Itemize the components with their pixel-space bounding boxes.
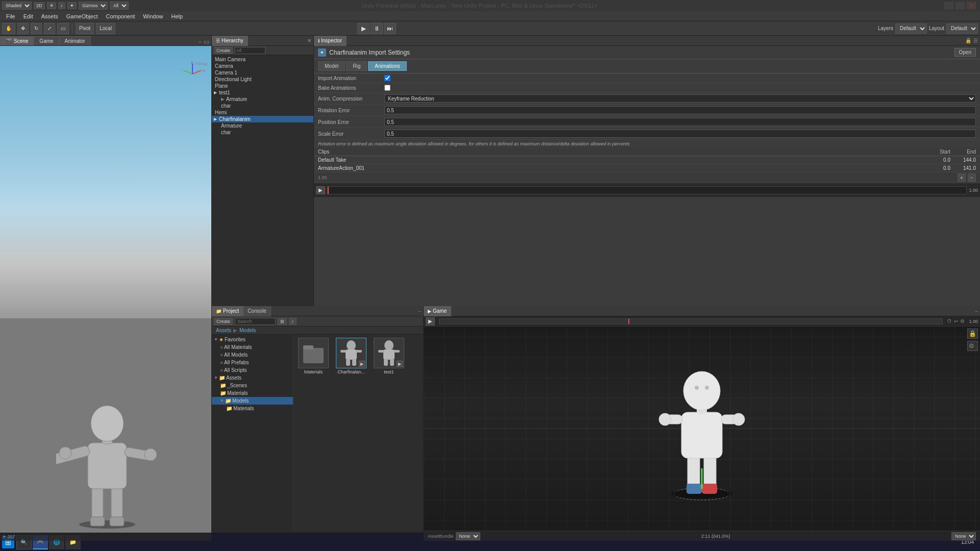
tab-animator[interactable]: Animator — [59, 36, 91, 45]
assetbundle-dropdown[interactable]: None — [456, 532, 480, 540]
local-btn[interactable]: Local — [96, 23, 115, 34]
hierarchy-close[interactable]: ✕ — [305, 38, 313, 43]
position-error-input[interactable] — [384, 118, 976, 126]
project-minimize-icon[interactable]: − — [418, 309, 421, 314]
tree-materials[interactable]: 📁 Materials — [212, 389, 293, 397]
open-btn[interactable]: Open — [954, 48, 976, 57]
proj-icons-btn[interactable]: ⊞ — [278, 318, 287, 325]
step-btn[interactable]: ⏭ — [384, 23, 396, 34]
clip-armature-action[interactable]: ArmatureAction_001 0.0 141.0 — [314, 164, 980, 172]
h-directional-light[interactable]: Directional Light — [212, 76, 313, 83]
tab-game[interactable]: Game — [34, 36, 59, 45]
game-minimize-icon[interactable]: − — [975, 309, 978, 314]
h-armature-2[interactable]: Armature — [212, 122, 313, 129]
h-char-1[interactable]: char — [212, 103, 313, 109]
menu-component[interactable]: Component — [102, 12, 139, 20]
hierarchy-search[interactable] — [235, 47, 265, 54]
project-assets[interactable]: Materials — [293, 335, 423, 532]
scale-error-input[interactable] — [384, 130, 976, 138]
timeline-bar[interactable] — [327, 186, 967, 194]
animations-tab-btn[interactable]: Animations — [368, 61, 406, 71]
hierarchy-create-btn[interactable]: Create — [214, 47, 233, 54]
game-timeline[interactable] — [439, 318, 943, 324]
rotate-tool-btn[interactable]: ↻ — [31, 23, 42, 34]
tree-materials-sub[interactable]: 📁 Materials — [212, 405, 293, 412]
rect-tool-btn[interactable]: ▭ — [57, 23, 69, 34]
main-camera-label: Main Camera — [215, 57, 246, 62]
menu-assets[interactable]: Assets — [37, 12, 62, 20]
assets-icon: 📁 — [219, 375, 225, 381]
proj-sort-btn[interactable]: ↕ — [289, 318, 297, 325]
h-plane[interactable]: Plane — [212, 83, 313, 89]
h-char-2[interactable]: char — [212, 129, 313, 136]
import-animation-checkbox[interactable] — [384, 75, 390, 81]
right-dropdown[interactable]: None — [951, 532, 976, 540]
h-camera[interactable]: Camera — [212, 63, 313, 69]
anim-compression-dropdown[interactable]: Keyframe Reduction Off Optimal — [384, 94, 976, 103]
h-hemi[interactable]: Hemi — [212, 109, 313, 116]
scene-viewport[interactable]: X Y Z < Persp — [0, 46, 211, 541]
rig-tab-btn[interactable]: Rig — [346, 61, 367, 71]
hierarchy-content[interactable]: Main Camera Camera Camera 1 Directi — [212, 55, 313, 306]
tree-all-models[interactable]: ○ All Models — [212, 351, 293, 359]
panel-minimize-icon[interactable]: − — [198, 38, 202, 45]
panel-maximize-icon[interactable]: ▭ — [204, 38, 209, 45]
anim-play-btn[interactable]: ▶ — [316, 186, 325, 194]
loop-icon[interactable]: ↩ — [954, 318, 958, 324]
play-btn[interactable]: ▶ — [357, 23, 370, 34]
layers-dropdown[interactable]: Default — [895, 23, 927, 34]
remove-clip-btn[interactable]: − — [968, 173, 976, 182]
game-viewport[interactable]: ▶ ⏱ ↩ ⚙ 1.00 — [424, 316, 980, 541]
game-view-tab[interactable]: ▶ Game — [424, 306, 451, 316]
speed-icon[interactable]: ⏱ — [947, 318, 952, 324]
menu-file[interactable]: File — [2, 12, 19, 20]
tree-all-prefabs[interactable]: ○ All Prefabs — [212, 359, 293, 366]
settings-view-icon[interactable]: ⚙ — [967, 341, 978, 351]
tree-models[interactable]: ▼ 📁 Models — [212, 397, 293, 405]
tree-scenes[interactable]: 📁 _Scenes — [212, 382, 293, 389]
model-tab-btn[interactable]: Model — [318, 61, 345, 71]
tree-all-materials[interactable]: ○ All Materials — [212, 343, 293, 351]
asset-charfinalanim[interactable]: ▶ Charfinalan... — [333, 337, 369, 375]
tree-all-scripts[interactable]: ○ All Scripts — [212, 366, 293, 374]
settings-icon[interactable]: ⚙ — [960, 318, 965, 324]
pause-btn[interactable]: ⏸ — [371, 23, 383, 34]
asset-materials-folder[interactable]: Materials — [296, 337, 331, 375]
move-tool-btn[interactable]: ✥ — [17, 23, 29, 34]
breadcrumb-assets[interactable]: Assets — [216, 328, 231, 333]
pivot-btn[interactable]: Pivot — [76, 23, 94, 34]
h-main-camera[interactable]: Main Camera — [212, 56, 313, 63]
add-clip-btn[interactable]: + — [958, 173, 966, 182]
layout-dropdown[interactable]: Default — [946, 23, 978, 34]
rotation-error-input[interactable] — [384, 106, 976, 114]
inspector-menu-icon[interactable]: ☰ — [973, 38, 978, 43]
h-camera1[interactable]: Camera 1 — [212, 69, 313, 76]
h-test1[interactable]: ▶ test1 — [212, 89, 313, 96]
menu-window[interactable]: Window — [139, 12, 167, 20]
project-tab[interactable]: 📁 Project — [212, 306, 243, 316]
tab-scene[interactable]: 🎬 Scene — [0, 36, 34, 45]
h-armature-1[interactable]: ▶ Armature — [212, 96, 313, 103]
project-create-btn[interactable]: Create — [214, 318, 233, 325]
inspector-tab[interactable]: ℹ Inspector — [314, 36, 347, 46]
scale-tool-btn[interactable]: ⤢ — [44, 23, 55, 34]
tree-assets[interactable]: ▼ 📁 Assets — [212, 374, 293, 382]
clips-header: Clips Start End — [314, 148, 980, 156]
lock-icon[interactable]: 🔒 — [965, 38, 971, 43]
tree-favorites[interactable]: ▼ ★ Favorites — [212, 336, 293, 343]
hand-tool-btn[interactable]: ✋ — [2, 23, 15, 34]
breadcrumb-models[interactable]: Models — [239, 328, 256, 333]
menu-help[interactable]: Help — [167, 12, 187, 20]
svg-rect-30 — [384, 359, 388, 366]
asset-test1[interactable]: ▶ test1 — [371, 337, 407, 375]
menu-edit[interactable]: Edit — [19, 12, 37, 20]
h-charfinalanim[interactable]: ▶ Charfinalanim — [212, 116, 313, 122]
game-play-btn[interactable]: ▶ — [426, 317, 435, 325]
hierarchy-tab[interactable]: ☰ Hierarchy — [212, 36, 248, 46]
menu-gameobject[interactable]: GameObject — [62, 12, 102, 20]
console-tab[interactable]: Console — [243, 306, 271, 316]
clip-default-take[interactable]: Default Take 0.0 144.0 — [314, 156, 980, 164]
lock-view-icon[interactable]: 🔒 — [967, 329, 978, 339]
bake-animations-checkbox[interactable] — [384, 85, 390, 91]
project-search[interactable] — [235, 318, 276, 325]
